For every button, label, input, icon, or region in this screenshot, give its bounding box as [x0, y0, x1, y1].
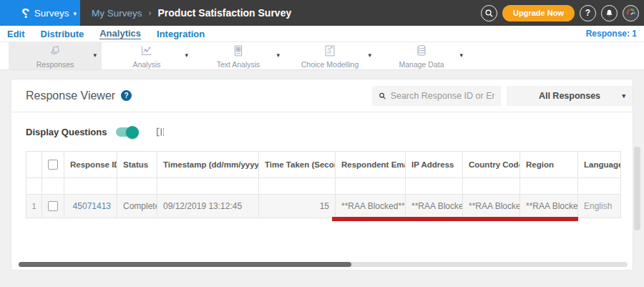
col-timestamp[interactable]: Timestamp (dd/mm/yyyy)⇅ [157, 152, 259, 178]
tab-analytics[interactable]: Analytics [99, 29, 141, 39]
search-button[interactable] [481, 5, 497, 21]
viewer-controls: Display Questions [11, 112, 633, 138]
filter-cell[interactable] [463, 178, 520, 195]
gauge-icon [625, 6, 638, 19]
breadcrumb-separator-icon: › [149, 8, 152, 18]
respondent-email-cell: **RAA Blocked** [336, 195, 406, 218]
filter-cell[interactable] [406, 178, 463, 195]
filter-cell [26, 178, 42, 195]
red-annotation-underline [332, 217, 578, 221]
col-respondent-email[interactable]: Respondent Email [336, 152, 406, 178]
col-label: Response ID [70, 160, 117, 169]
survey-tab-bar: Edit Distribute Analytics Integration Re… [0, 26, 644, 42]
tab-edit[interactable]: Edit [7, 29, 25, 39]
col-label: Respondent Email [341, 160, 406, 169]
row-select-cell [42, 195, 64, 218]
toolbar-label: Responses [36, 60, 74, 69]
text-analysis-icon [230, 44, 246, 59]
col-label: Status [123, 160, 148, 169]
ip-address-cell: **RAA Blocked** [406, 195, 463, 218]
toggle-knob [126, 126, 139, 139]
database-icon [414, 44, 429, 59]
product-menu-label: Surveys [34, 8, 69, 19]
toolbar-item-analysis[interactable]: Analysis ▾ [100, 42, 193, 69]
response-viewer-header: Response Viewer ? All Responses ▾ [11, 79, 633, 112]
tab-distribute[interactable]: Distribute [41, 29, 84, 39]
filter-cell [42, 178, 64, 195]
filter-cell[interactable] [578, 178, 621, 195]
responses-icon [47, 44, 63, 59]
col-status[interactable]: Status [117, 152, 157, 178]
help-button[interactable]: ? [580, 5, 596, 21]
page-title: Response Viewer [26, 89, 115, 102]
filter-cell[interactable] [336, 178, 406, 195]
chevron-down-icon: ▾ [73, 10, 77, 17]
account-avatar[interactable] [623, 5, 639, 21]
toolbar-label: Analysis [132, 60, 160, 69]
responses-filter-value: All Responses [539, 91, 600, 101]
toolbar-item-text-analysis[interactable]: Text Analysis ▾ [192, 42, 285, 69]
tab-integration[interactable]: Integration [157, 29, 205, 39]
col-label: Language [584, 160, 621, 169]
row-checkbox[interactable] [48, 201, 58, 211]
chevron-down-icon[interactable]: ▾ [368, 52, 371, 59]
filter-cell[interactable] [64, 178, 117, 195]
questionpro-logo-icon: ? [21, 6, 30, 20]
response-count-badge: Response: 1 [586, 29, 637, 39]
col-ip-address[interactable]: IP Address [406, 152, 463, 178]
filter-row [26, 178, 621, 195]
timestamp-cell: 09/12/2019 13:12:45 [157, 195, 259, 218]
bell-icon [605, 9, 614, 18]
table-row[interactable]: 1 45071413 Completed 09/12/2019 13:12:45… [26, 195, 621, 218]
region-cell: **RAA Blocked** [520, 195, 578, 218]
toolbar-item-choice-modelling[interactable]: Choice Modelling ▾ [283, 42, 376, 69]
responses-table: Response ID▼ Status Timestamp (dd/mm/yyy… [26, 151, 621, 218]
freeze-columns-icon[interactable] [155, 126, 167, 138]
top-navbar: ? Surveys ▾ My Surveys › Product Satisfa… [0, 0, 644, 26]
response-id-cell[interactable]: 45071413 [64, 195, 117, 218]
filter-cell[interactable] [117, 178, 157, 195]
country-code-cell: **RAA Blocked** [463, 195, 520, 218]
viewer-help-icon[interactable]: ? [121, 90, 132, 101]
navbar-actions: Upgrade Now ? [481, 5, 644, 21]
toolbar-label: Text Analysis [217, 60, 260, 69]
col-language[interactable]: Language [578, 152, 621, 178]
display-questions-toggle[interactable] [116, 127, 137, 137]
table-header-row: Response ID▼ Status Timestamp (dd/mm/yyy… [26, 152, 621, 178]
search-icon [379, 92, 386, 100]
upgrade-now-button[interactable]: Upgrade Now [502, 5, 575, 21]
filter-cell[interactable] [157, 178, 259, 195]
col-time-taken[interactable]: Time Taken (Seconds)⇅ [259, 152, 336, 178]
filter-cell[interactable] [520, 178, 578, 195]
response-viewer-panel: Response Viewer ? All Responses ▾ Displa… [11, 79, 633, 271]
search-icon [484, 9, 494, 18]
toolbar-label: Manage Data [399, 60, 444, 69]
chevron-down-icon[interactable]: ▾ [185, 52, 188, 59]
chevron-down-icon[interactable]: ▾ [93, 52, 97, 59]
chevron-down-icon[interactable]: ▾ [459, 52, 463, 59]
col-label: IP Address [411, 160, 454, 169]
col-region[interactable]: Region [520, 152, 578, 178]
product-switcher[interactable]: ? Surveys ▾ [0, 0, 80, 26]
col-response-id[interactable]: Response ID▼ [64, 152, 117, 178]
language-cell: English [578, 195, 621, 218]
vertical-scrollbar-thumb[interactable] [634, 147, 640, 230]
response-search-box [372, 86, 501, 106]
breadcrumb: My Surveys › Product Satisfaction Survey [92, 7, 291, 19]
filter-cell[interactable] [259, 178, 336, 195]
horizontal-scrollbar-thumb[interactable] [19, 262, 351, 267]
toolbar-item-manage-data[interactable]: Manage Data ▾ [375, 42, 468, 69]
analysis-icon [139, 44, 155, 59]
select-all-checkbox[interactable] [48, 160, 58, 170]
breadcrumb-my-surveys[interactable]: My Surveys [92, 8, 142, 19]
breadcrumb-current-survey: Product Satisfaction Survey [158, 7, 292, 19]
toolbar-item-responses[interactable]: Responses ▾ [9, 42, 102, 69]
question-mark-icon: ? [585, 8, 590, 18]
toolbar-label: Choice Modelling [301, 60, 359, 69]
col-country-code[interactable]: Country Code [463, 152, 520, 178]
search-input[interactable] [391, 91, 494, 101]
chevron-down-icon[interactable]: ▾ [276, 52, 280, 59]
responses-filter-dropdown[interactable]: All Responses ▾ [507, 86, 633, 106]
notifications-button[interactable] [601, 5, 618, 21]
horizontal-scrollbar-track[interactable] [19, 262, 628, 267]
